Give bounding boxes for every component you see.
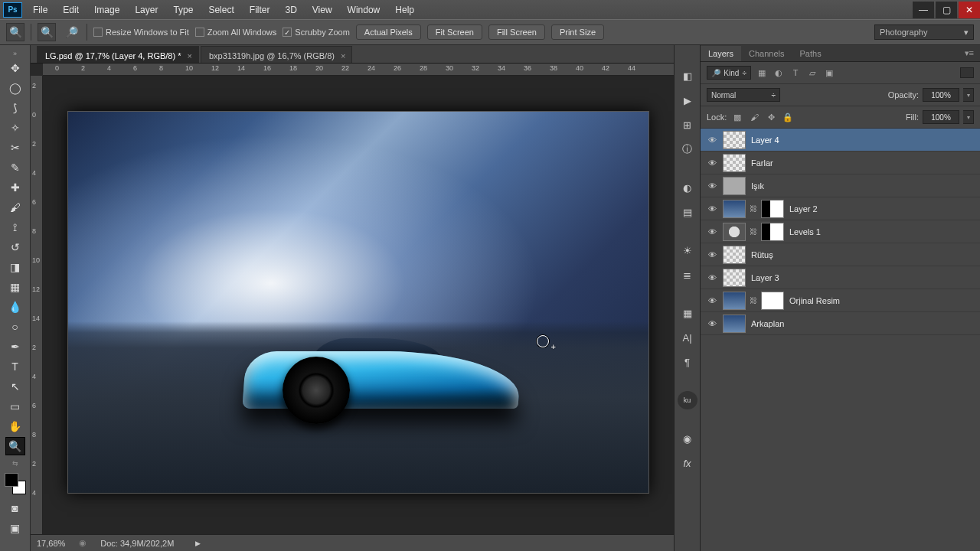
layer-row[interactable]: 👁Arkaplan [701, 312, 980, 335]
zoom-level[interactable]: 17,68% [37, 539, 65, 548]
styles-panel-icon[interactable]: ≣ [678, 266, 697, 284]
healing-tool[interactable]: ✚ [5, 178, 25, 197]
filter-toggle[interactable] [960, 67, 974, 78]
screenmode-icon[interactable]: ▣ [5, 519, 25, 537]
color-swatch[interactable] [5, 473, 26, 494]
fill-screen-button[interactable]: Fill Screen [488, 24, 545, 40]
layer-name[interactable]: Arkaplan [751, 319, 784, 328]
layer-row[interactable]: 👁⛓Orjinal Resim [701, 289, 980, 312]
document-tab[interactable]: LG.psd @ 17,7% (Layer 4, RGB/8) *× [37, 46, 199, 63]
layer-name[interactable]: Orjinal Resim [789, 296, 840, 305]
tab-layers[interactable]: Layers [701, 46, 741, 61]
lock-trans-icon[interactable]: ▩ [730, 111, 744, 123]
visibility-icon[interactable]: 👁 [704, 319, 720, 328]
pen-tool[interactable]: ✒ [5, 337, 25, 356]
minimize-button[interactable]: — [913, 2, 934, 18]
swatches-panel-icon[interactable]: ⊞ [678, 116, 697, 134]
history-brush-tool[interactable]: ↺ [5, 238, 25, 256]
layer-name[interactable]: Layer 2 [789, 204, 818, 214]
quickmask-icon[interactable]: ◙ [5, 499, 25, 517]
layer-row[interactable]: 👁Layer 4 [701, 129, 980, 152]
layer-thumb[interactable] [723, 292, 746, 310]
layer-thumb[interactable] [723, 246, 746, 264]
brush-panel-icon[interactable]: ◉ [678, 429, 697, 448]
filter-icons[interactable]: ▦◐T▱▣ [755, 67, 836, 79]
visibility-icon[interactable]: 👁 [704, 181, 720, 191]
layer-row[interactable]: 👁Işık [701, 174, 980, 197]
shape-tool[interactable]: ▭ [5, 397, 25, 416]
char-panel-icon[interactable]: A| [678, 328, 697, 347]
menu-filter[interactable]: Filter [243, 2, 276, 18]
info-panel-icon[interactable]: ⓘ [678, 140, 697, 158]
canvas[interactable] [43, 76, 674, 534]
panel-menu-icon[interactable]: ▾≡ [959, 45, 980, 61]
mask-thumb[interactable] [761, 292, 784, 310]
zoom-out-icon[interactable]: 🔎 [62, 23, 80, 41]
lasso-tool[interactable]: ⟆ [5, 99, 25, 117]
layer-thumb[interactable] [723, 177, 746, 195]
menu-select[interactable]: Select [202, 2, 240, 18]
menu-help[interactable]: Help [389, 2, 420, 18]
visibility-icon[interactable]: 👁 [704, 135, 720, 145]
color-panel-icon[interactable]: ◐ [678, 178, 697, 197]
brush-tool[interactable]: 🖌 [5, 198, 25, 217]
lock-all-icon[interactable]: 🔒 [781, 111, 795, 123]
nav-panel-icon[interactable]: ▦ [678, 304, 697, 322]
menu-edit[interactable]: Edit [57, 2, 85, 18]
layer-name[interactable]: Rütuş [751, 250, 773, 259]
dodge-tool[interactable]: ○ [5, 318, 25, 336]
fit-screen-button[interactable]: Fit Screen [427, 24, 482, 40]
layer-name[interactable]: Layer 3 [751, 273, 779, 282]
menu-3d[interactable]: 3D [279, 2, 302, 18]
fx-panel-icon[interactable]: fx [678, 454, 697, 472]
layer-row[interactable]: 👁Rütuş [701, 243, 980, 266]
opacity-drop-icon[interactable]: ▾ [963, 88, 974, 102]
visibility-icon[interactable]: 👁 [704, 158, 720, 168]
visibility-icon[interactable]: 👁 [704, 227, 720, 236]
close-tab-icon[interactable]: × [187, 51, 191, 60]
layer-row[interactable]: 👁Layer 3 [701, 266, 980, 289]
menu-view[interactable]: View [306, 2, 338, 18]
actions-panel-icon[interactable]: ▶ [678, 91, 697, 109]
tab-paths[interactable]: Paths [792, 46, 829, 61]
opacity-input[interactable]: 100% [923, 88, 959, 102]
layer-thumb[interactable] [723, 223, 746, 241]
scrubby-zoom-checkbox[interactable]: ✓Scrubby Zoom [283, 28, 350, 37]
properties-panel-icon[interactable]: ▤ [678, 203, 697, 221]
crop-tool[interactable]: ✂ [5, 139, 25, 157]
type-tool[interactable]: T [5, 357, 25, 376]
menu-layer[interactable]: Layer [129, 2, 164, 18]
visibility-icon[interactable]: 👁 [704, 296, 720, 305]
close-button[interactable]: ✕ [959, 2, 980, 18]
blur-tool[interactable]: 💧 [5, 298, 25, 316]
close-tab-icon[interactable]: × [341, 51, 345, 60]
layer-thumb[interactable] [723, 154, 746, 172]
menu-file[interactable]: File [27, 2, 54, 18]
marquee-tool[interactable]: ◯ [5, 79, 25, 97]
zoom-all-checkbox[interactable]: Zoom All Windows [195, 28, 276, 37]
kuler-panel-icon[interactable]: ku [678, 391, 697, 409]
layer-row[interactable]: 👁⛓Layer 2 [701, 197, 980, 220]
wand-tool[interactable]: ✧ [5, 119, 25, 137]
para-panel-icon[interactable]: ¶ [678, 353, 697, 371]
fill-drop-icon[interactable]: ▾ [963, 110, 974, 124]
mask-thumb[interactable] [761, 200, 784, 218]
tab-channels[interactable]: Channels [741, 46, 792, 61]
zoom-in-icon[interactable]: 🔍 [38, 23, 56, 41]
print-size-button[interactable]: Print Size [551, 24, 604, 40]
mask-thumb[interactable] [761, 223, 784, 241]
hand-tool[interactable]: ✋ [5, 417, 25, 435]
gradient-tool[interactable]: ▦ [5, 278, 25, 296]
eraser-tool[interactable]: ◨ [5, 258, 25, 276]
layer-row[interactable]: 👁⛓Levels 1 [701, 220, 980, 243]
actual-pixels-button[interactable]: Actual Pixels [356, 24, 421, 40]
layer-thumb[interactable] [723, 315, 746, 333]
lock-pos-icon[interactable]: ✥ [764, 111, 778, 123]
path-tool[interactable]: ↖ [5, 377, 25, 396]
menu-window[interactable]: Window [341, 2, 387, 18]
status-icon[interactable]: ◉ [79, 538, 87, 548]
layer-thumb[interactable] [723, 269, 746, 287]
layer-thumb[interactable] [723, 131, 746, 149]
history-panel-icon[interactable]: ◧ [678, 67, 697, 85]
lock-paint-icon[interactable]: 🖌 [747, 111, 761, 123]
